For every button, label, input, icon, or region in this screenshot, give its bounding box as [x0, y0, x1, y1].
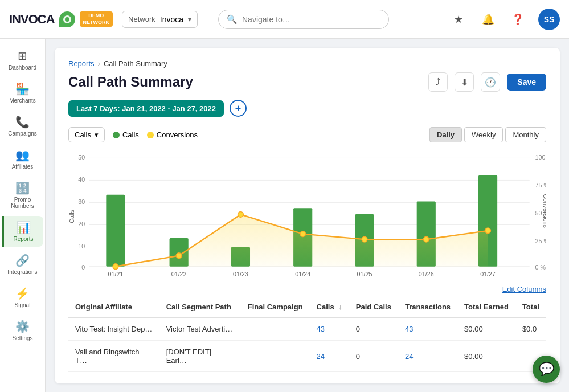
sidebar-item-promo-numbers[interactable]: 🔢 Promo Numbers: [2, 177, 43, 214]
svg-text:0: 0: [81, 264, 85, 271]
nav-search-bar[interactable]: 🔍: [218, 10, 389, 29]
metric-select[interactable]: Calls ▾: [68, 127, 105, 142]
table-row: Vail and Ringswitch T… [DON'T EDIT] Earl…: [68, 341, 546, 372]
svg-text:01/22: 01/22: [171, 271, 187, 277]
dot-0123: [238, 211, 244, 217]
help-icon[interactable]: ❓: [509, 10, 527, 28]
svg-text:20: 20: [78, 220, 85, 227]
logo-area: INVOCA DEMO NETWORK: [9, 11, 113, 27]
search-icon: 🔍: [227, 14, 238, 24]
weekly-period-button[interactable]: Weekly: [464, 127, 503, 142]
sidebar-label-reports: Reports: [13, 236, 33, 242]
svg-text:0 %: 0 %: [535, 264, 546, 271]
col-transactions: Transactions: [398, 297, 457, 317]
cell-segment-1: Victor Test Adverti…: [159, 317, 241, 341]
avatar[interactable]: SS: [538, 9, 560, 30]
svg-text:01/24: 01/24: [295, 271, 310, 277]
breadcrumb-parent[interactable]: Reports: [68, 59, 95, 68]
sidebar-item-settings[interactable]: ⚙️ Settings: [2, 315, 43, 346]
top-nav: INVOCA DEMO NETWORK Network Invoca ▾ 🔍 ★…: [0, 0, 569, 39]
sidebar-item-signal[interactable]: ⚡ Signal: [2, 282, 43, 313]
monthly-period-button[interactable]: Monthly: [505, 127, 546, 142]
date-bar: Last 7 Days: Jan 21, 2022 - Jan 27, 2022…: [68, 100, 546, 117]
col-total: Total: [515, 297, 546, 317]
affiliates-icon: 👥: [15, 148, 30, 162]
sidebar-item-campaigns[interactable]: 📞 Campaigns: [2, 111, 43, 141]
metric-label: Calls: [75, 130, 91, 139]
sidebar-item-affiliates[interactable]: 👥 Affiliates: [2, 144, 43, 174]
svg-text:Calls: Calls: [68, 210, 75, 223]
daily-period-button[interactable]: Daily: [429, 127, 462, 142]
col-original-affiliate: Original Affiliate: [68, 297, 159, 317]
sidebar-item-merchants[interactable]: 🏪 Merchants: [2, 77, 43, 108]
cell-segment-2: [DON'T EDIT] Earl…: [159, 341, 241, 372]
svg-text:01/26: 01/26: [419, 271, 434, 277]
search-input[interactable]: [242, 15, 380, 24]
date-range-badge[interactable]: Last 7 Days: Jan 21, 2022 - Jan 27, 2022: [68, 100, 224, 117]
dot-0127: [485, 228, 491, 234]
metric-chevron-icon: ▾: [95, 130, 99, 139]
col-total-earned: Total Earned: [457, 297, 515, 317]
chart-svg: 50 40 30 20 10 0 100 % 75 % 50 % 25 % 0 …: [68, 148, 546, 279]
dot-0125: [362, 236, 367, 242]
signal-icon: ⚡: [15, 287, 30, 300]
add-filter-button[interactable]: +: [230, 100, 247, 117]
favorites-icon[interactable]: ★: [449, 10, 468, 28]
chevron-down-icon: ▾: [188, 15, 191, 23]
cell-calls-1[interactable]: 43: [310, 317, 349, 341]
logo-text: INVOCA: [9, 12, 55, 27]
sidebar-label-integrations: Integrations: [7, 269, 37, 275]
cell-transactions-2[interactable]: 24: [398, 341, 457, 372]
calls-legend-label: Calls: [122, 130, 139, 139]
chat-icon: 💬: [539, 362, 554, 377]
sidebar-label-signal: Signal: [15, 302, 31, 308]
sort-icon: ↓: [338, 303, 342, 311]
chart-controls: Calls ▾ Calls Conversions Daily Weekly: [68, 127, 546, 142]
integrations-icon: 🔗: [15, 254, 30, 267]
chat-button[interactable]: 💬: [533, 356, 560, 383]
period-buttons: Daily Weekly Monthly: [429, 127, 546, 142]
save-button[interactable]: Save: [507, 74, 546, 91]
notifications-icon[interactable]: 🔔: [479, 10, 497, 28]
sidebar-label-promo-numbers: Promo Numbers: [5, 197, 41, 209]
cell-total-earned-2: $0.00: [457, 341, 515, 372]
svg-text:Conversions: Conversions: [542, 194, 546, 228]
dot-0121: [113, 264, 118, 270]
sidebar-item-integrations[interactable]: 🔗 Integrations: [2, 249, 43, 280]
breadcrumb-separator: ›: [98, 59, 100, 68]
share-icon: ⤴: [436, 77, 440, 87]
share-button[interactable]: ⤴: [428, 72, 448, 92]
date-range-label: Last 7 Days:: [76, 104, 120, 113]
dashboard-icon: ⊞: [18, 49, 27, 63]
network-selector[interactable]: Network Invoca ▾: [122, 11, 198, 28]
sidebar-label-dashboard: Dashboard: [9, 64, 36, 71]
logo-icon: [59, 11, 75, 27]
edit-columns-link[interactable]: Edit Columns: [502, 285, 546, 293]
cell-transactions-1[interactable]: 43: [398, 317, 457, 341]
svg-text:25 %: 25 %: [535, 238, 546, 244]
svg-text:30: 30: [78, 198, 85, 205]
download-button[interactable]: ⬇: [455, 72, 474, 92]
conversions-legend-dot: [147, 132, 154, 138]
col-final-campaign: Final Campaign: [241, 297, 310, 317]
svg-text:01/25: 01/25: [357, 271, 372, 277]
cell-campaign-1: [241, 317, 310, 341]
svg-text:50: 50: [78, 154, 85, 161]
promo-numbers-icon: 🔢: [15, 181, 30, 195]
sidebar-item-dashboard[interactable]: ⊞ Dashboard: [2, 44, 43, 75]
table-row: Vito Test: Insight Dep… Victor Test Adve…: [68, 317, 546, 341]
dot-0126: [423, 236, 429, 242]
cell-calls-2[interactable]: 24: [310, 341, 349, 372]
cell-paid-calls-1: 0: [349, 317, 398, 341]
col-call-segment-path: Call Segment Path: [159, 297, 241, 317]
sidebar-item-reports[interactable]: 📊 Reports: [2, 216, 43, 247]
breadcrumb-current: Call Path Summary: [104, 59, 167, 68]
chart-left-controls: Calls ▾ Calls Conversions: [68, 127, 198, 142]
svg-text:100 %: 100 %: [535, 154, 546, 161]
col-calls[interactable]: Calls ↓: [310, 297, 349, 317]
download-icon: ⬇: [461, 77, 468, 88]
page-header: Call Path Summary ⤴ ⬇ 🕐 Save: [68, 72, 546, 92]
history-button[interactable]: 🕐: [481, 72, 500, 92]
network-value: Invoca: [160, 15, 183, 24]
content-card: Reports › Call Path Summary Call Path Su…: [55, 48, 560, 383]
